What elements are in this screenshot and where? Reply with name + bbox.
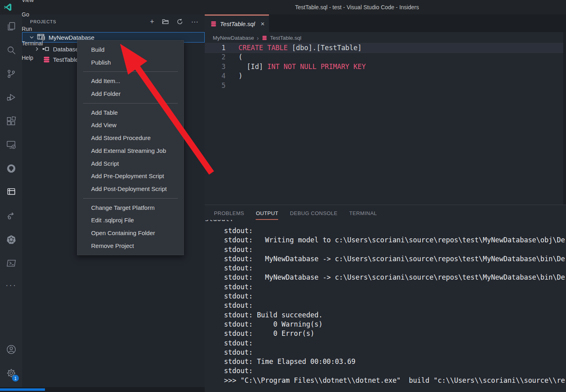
code-text: CREATE TABLE [dbo].[TestTable]: [226, 43, 362, 53]
code-text: (: [226, 53, 242, 62]
line-number: 4: [205, 71, 226, 81]
window-title: TestTable.sql - test - Visual Studio Cod…: [295, 0, 419, 14]
output-line: stdout:: [224, 282, 566, 292]
menu-separator: [83, 71, 178, 72]
line-number: 2: [205, 53, 226, 62]
context-menu-item-publish[interactable]: Publish: [77, 56, 183, 69]
refresh-icon[interactable]: [177, 18, 183, 25]
progress-bar: [0, 388, 45, 391]
breadcrumb-item-project[interactable]: MyNewDatabase: [213, 35, 254, 41]
output-line: stdout: Time Elapsed 00:00:03.69: [224, 357, 566, 366]
breadcrumb: MyNewDatabase › TestTable.sql: [205, 32, 566, 43]
panel-tab-debug-console[interactable]: DEBUG CONSOLE: [290, 210, 338, 220]
output-line: stdout:: [224, 339, 566, 348]
context-menu-item-add-pre-deployment-script[interactable]: Add Pre-Deployment Script: [77, 170, 183, 183]
output-line: stdout:: [224, 292, 566, 301]
line-number: 3: [205, 62, 226, 71]
output-line: stdout:: [205, 220, 566, 223]
title-bar: FileEditSelectionViewGoRunTerminalHelp T…: [0, 0, 566, 14]
context-menu-item-build[interactable]: Build: [77, 43, 183, 56]
search-icon[interactable]: [0, 38, 22, 62]
tab-bar: TestTable.sql ×: [205, 14, 566, 32]
context-menu-item-open-containing-folder[interactable]: Open Containing Folder: [77, 227, 183, 240]
line-number: 1: [205, 43, 226, 53]
code-line[interactable]: 4): [205, 71, 566, 81]
live-share-icon[interactable]: [0, 204, 22, 227]
context-menu-item-add-item[interactable]: Add Item...: [77, 75, 183, 87]
remote-explorer-icon[interactable]: [0, 133, 22, 156]
clipped-output-line: stdout:: [205, 220, 566, 223]
more-actions-icon[interactable]: ···: [191, 18, 198, 25]
project-context-menu: BuildPublishAdd Item...Add FolderAdd Tab…: [77, 40, 184, 255]
code-line[interactable]: 2(: [205, 53, 566, 62]
code-line[interactable]: 1CREATE TABLE [dbo].[TestTable]: [205, 43, 566, 53]
extensions-icon[interactable]: [0, 109, 22, 133]
panel-tab-output[interactable]: OUTPUT: [256, 210, 278, 220]
database-file-icon: [262, 35, 267, 41]
run-and-debug-icon[interactable]: [0, 85, 22, 109]
panel-tab-bar: PROBLEMSOUTPUTDEBUG CONSOLETERMINAL: [205, 205, 566, 220]
output-line: stdout:: [224, 348, 566, 357]
output-line: stdout: MyNewDatabase -> c:\Users\scoria…: [224, 254, 566, 264]
panel-tab-problems[interactable]: PROBLEMS: [214, 210, 244, 220]
context-menu-item-add-post-deployment-script[interactable]: Add Post-Deployment Script: [77, 183, 183, 195]
line-number: 5: [205, 81, 226, 90]
output-line: stdout:: [224, 245, 566, 254]
activity-bar: ··· 1: [0, 14, 22, 387]
output-line: stdout: 0 Warning(s): [224, 320, 566, 329]
output-line: stdout:: [224, 264, 566, 273]
code-line[interactable]: 3 [Id] INT NOT NULL PRIMARY KEY: [205, 62, 566, 71]
output-line: stdout: Writing model to c:\Users\scoria…: [224, 236, 566, 245]
context-menu-item-add-stored-procedure[interactable]: Add Stored Procedure: [77, 132, 183, 144]
output-line: stdout:: [224, 226, 566, 236]
context-menu-item-add-external-streaming-job[interactable]: Add External Streaming Job: [77, 144, 183, 157]
output-line: >>> "C:\\Program Files\\dotnet\\dotnet.e…: [224, 376, 566, 385]
editor-group: TestTable.sql × MyNewDatabase › TestTabl…: [205, 14, 566, 205]
open-folder-icon[interactable]: [162, 18, 169, 25]
database-projects-icon[interactable]: [0, 180, 22, 204]
context-menu-item-edit-sqlproj-file[interactable]: Edit .sqlproj File: [77, 214, 183, 227]
vscode-insiders-logo-icon: [4, 3, 12, 12]
code-text: [Id] INT NOT NULL PRIMARY KEY: [226, 62, 366, 71]
output-line: stdout: Build succeeded.: [224, 311, 566, 320]
tab-testtable-sql[interactable]: TestTable.sql ×: [205, 14, 269, 32]
settings-gear-icon[interactable]: 1: [0, 361, 22, 385]
breadcrumb-separator-icon: ›: [257, 35, 259, 41]
menu-separator: [83, 103, 178, 104]
tab-label: TestTable.sql: [220, 20, 255, 27]
code-line[interactable]: 5: [205, 81, 566, 90]
tree-item-label: MyNewDatabase: [49, 34, 94, 41]
more-extensions-icon[interactable]: ···: [0, 275, 22, 299]
menu-view[interactable]: View: [16, 0, 50, 7]
powershell-icon[interactable]: [0, 251, 22, 275]
code-editor[interactable]: 1CREATE TABLE [dbo].[TestTable]2(3 [Id] …: [205, 43, 566, 90]
code-text: ): [226, 71, 242, 81]
context-menu-item-remove-project[interactable]: Remove Project: [77, 240, 183, 252]
breadcrumb-item-file[interactable]: TestTable.sql: [270, 35, 301, 41]
context-menu-item-add-folder[interactable]: Add Folder: [77, 87, 183, 100]
explorer-icon[interactable]: [0, 14, 22, 38]
menu-separator: [83, 198, 178, 199]
kubernetes-icon[interactable]: [0, 227, 22, 251]
database-file-icon: [210, 21, 217, 27]
context-menu-item-add-table[interactable]: Add Table: [77, 106, 183, 119]
close-icon[interactable]: ×: [261, 20, 265, 27]
source-control-icon[interactable]: [0, 62, 22, 85]
editor-scrollbar[interactable]: [563, 32, 566, 205]
panel-tab-terminal[interactable]: TERMINAL: [349, 210, 377, 220]
code-text: [226, 81, 238, 90]
accounts-icon[interactable]: [0, 337, 22, 361]
output-line: stdout:: [224, 366, 566, 376]
github-icon[interactable]: [0, 156, 22, 180]
context-menu-item-add-script[interactable]: Add Script: [77, 157, 183, 170]
bottom-panel: PROBLEMSOUTPUTDEBUG CONSOLETERMINAL stdo…: [205, 205, 566, 392]
context-menu-item-add-view[interactable]: Add View: [77, 119, 183, 132]
output-line: stdout:: [224, 301, 566, 310]
output-line: stdout: 0 Error(s): [224, 329, 566, 338]
add-project-icon[interactable]: +: [150, 18, 155, 25]
context-menu-item-change-target-platform[interactable]: Change Target Platform: [77, 201, 183, 214]
settings-badge: 1: [12, 375, 19, 382]
bottom-strip: [0, 387, 205, 392]
output-console[interactable]: stdout:stdout: Writing model to c:\Users…: [205, 226, 566, 385]
output-line: stdout: MyNewDatabase -> c:\Users\scoria…: [224, 273, 566, 282]
